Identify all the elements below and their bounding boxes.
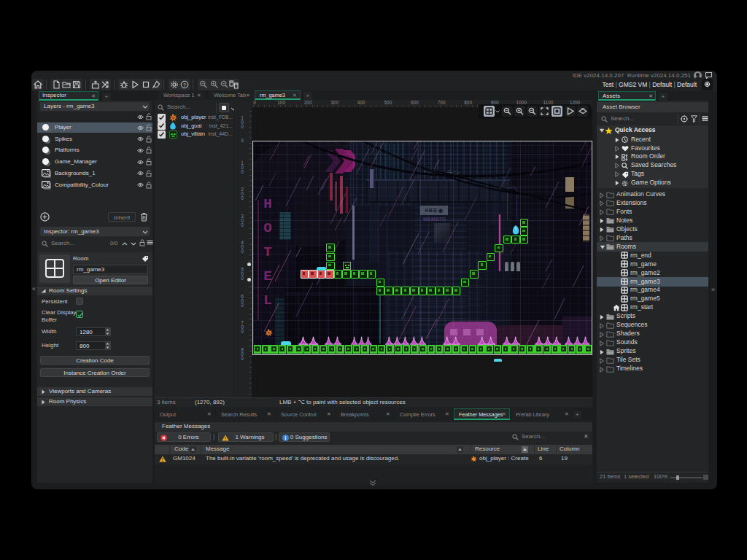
svg-text:?: ?	[183, 82, 186, 88]
